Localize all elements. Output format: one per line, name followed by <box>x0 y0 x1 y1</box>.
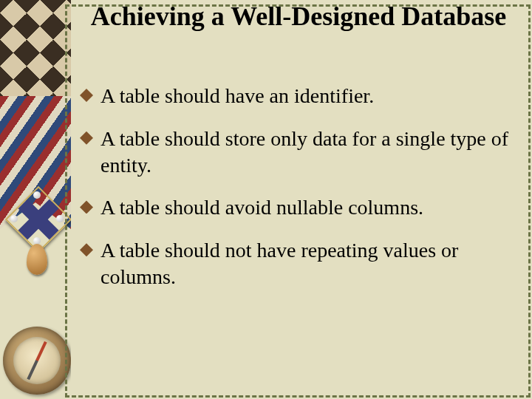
diamond-bullet-icon <box>80 132 93 145</box>
bullet-text: A table should store only data for a sin… <box>100 127 508 177</box>
bullet-text: A table should have an identifier. <box>100 84 374 107</box>
list-item: A table should not have repeating values… <box>80 237 510 290</box>
bullet-text: A table should not have repeating values… <box>100 239 458 288</box>
list-item: A table should avoid nullable columns. <box>80 194 510 221</box>
bullet-list: A table should have an identifier. A tab… <box>80 83 510 307</box>
diamond-bullet-icon <box>80 89 93 102</box>
list-item: A table should store only data for a sin… <box>80 126 510 179</box>
decorative-sidebar <box>0 0 71 399</box>
list-item: A table should have an identifier. <box>80 83 510 109</box>
compass-graphic <box>3 327 71 395</box>
diamond-bullet-icon <box>80 243 93 256</box>
checkerboard-graphic <box>0 0 71 100</box>
medal-graphic <box>7 188 66 277</box>
slide: Achieving a Well-Designed Database A tab… <box>0 0 532 399</box>
diamond-bullet-icon <box>80 200 93 214</box>
slide-title: Achieving a Well-Designed Database <box>74 1 523 31</box>
bullet-text: A table should avoid nullable columns. <box>100 196 423 219</box>
